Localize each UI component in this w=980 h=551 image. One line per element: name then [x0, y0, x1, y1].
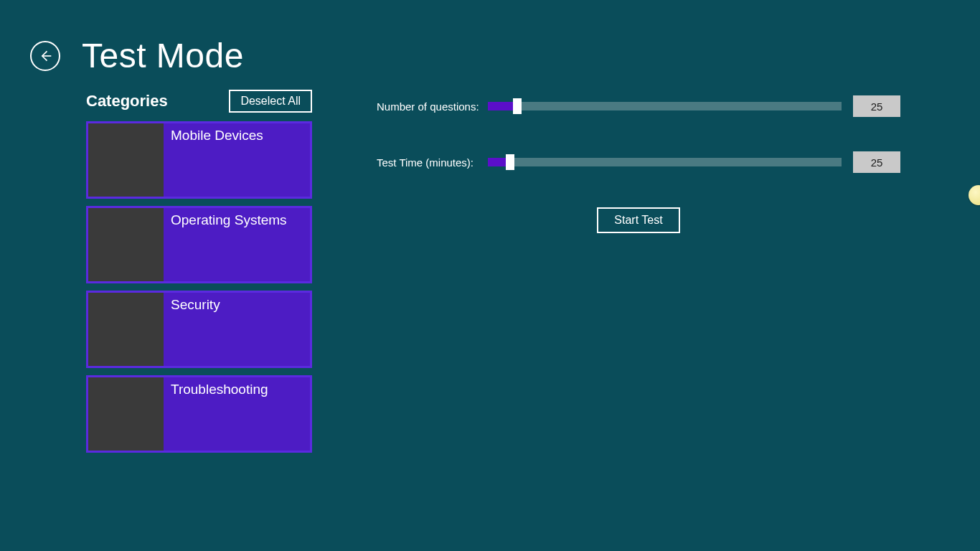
- questions-slider[interactable]: [488, 102, 842, 110]
- category-label: Troubleshooting: [164, 377, 275, 451]
- arrow-left-icon: [38, 49, 52, 63]
- questions-label: Number of questions:: [377, 100, 481, 113]
- category-tile-troubleshooting[interactable]: Troubleshooting: [86, 375, 312, 453]
- category-thumbnail: [88, 208, 164, 281]
- categories-panel: Categories Deselect All Mobile Devices O…: [86, 90, 312, 453]
- category-label: Security: [164, 293, 227, 366]
- category-thumbnail: [88, 293, 164, 366]
- category-thumbnail: [88, 123, 164, 197]
- time-label: Test Time (minutes):: [377, 156, 481, 169]
- back-button[interactable]: [30, 41, 60, 71]
- questions-slider-fill: [488, 102, 513, 110]
- categories-heading: Categories: [86, 92, 168, 110]
- questions-row: Number of questions: 25: [377, 95, 900, 117]
- time-slider-fill: [488, 158, 506, 166]
- questions-value: 25: [853, 95, 900, 117]
- time-row: Test Time (minutes): 25: [377, 151, 900, 173]
- time-slider[interactable]: [488, 158, 842, 166]
- start-test-button[interactable]: Start Test: [597, 207, 679, 233]
- category-label: Mobile Devices: [164, 123, 270, 197]
- settings-panel: Number of questions: 25 Test Time (minut…: [377, 90, 900, 453]
- time-value: 25: [853, 151, 900, 173]
- deselect-all-button[interactable]: Deselect All: [229, 90, 312, 113]
- time-slider-thumb[interactable]: [506, 154, 514, 170]
- page-title: Test Mode: [82, 36, 244, 75]
- start-row: Start Test: [377, 207, 900, 233]
- header-bar: Test Mode: [0, 0, 980, 75]
- content-area: Categories Deselect All Mobile Devices O…: [0, 75, 980, 453]
- category-tile-operating-systems[interactable]: Operating Systems: [86, 206, 312, 283]
- category-tile-security[interactable]: Security: [86, 291, 312, 368]
- category-thumbnail: [88, 377, 164, 451]
- category-tile-mobile-devices[interactable]: Mobile Devices: [86, 121, 312, 199]
- category-label: Operating Systems: [164, 208, 294, 281]
- questions-slider-thumb[interactable]: [513, 98, 522, 114]
- category-list: Mobile Devices Operating Systems Securit…: [86, 121, 312, 453]
- categories-header: Categories Deselect All: [86, 90, 312, 113]
